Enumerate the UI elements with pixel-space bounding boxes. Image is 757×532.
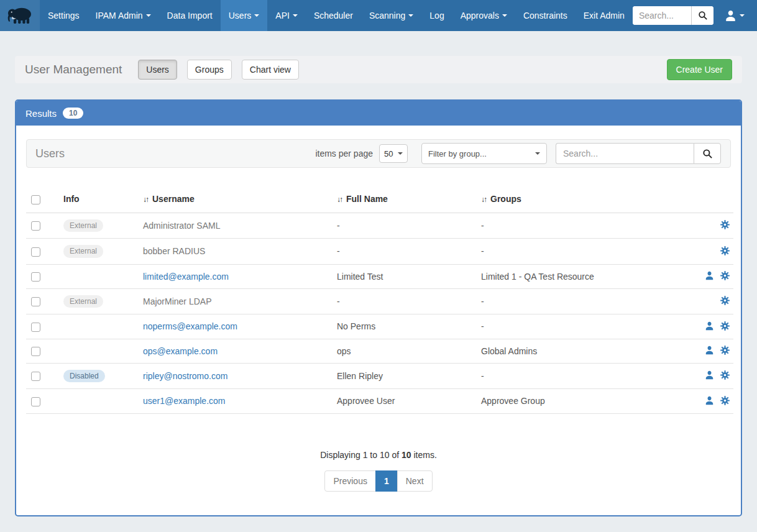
info-cell: External bbox=[57, 288, 143, 314]
caret-down-icon bbox=[293, 14, 298, 17]
row-checkbox[interactable] bbox=[31, 347, 40, 356]
prev-page-button[interactable]: Previous bbox=[324, 470, 375, 492]
profile-icon bbox=[705, 271, 714, 280]
nav-item-approvals[interactable]: Approvals bbox=[452, 0, 515, 31]
username-link[interactable]: limited@example.com bbox=[143, 272, 229, 282]
nav-item-users[interactable]: Users bbox=[221, 0, 268, 31]
brand-logo[interactable] bbox=[0, 0, 40, 31]
actions-cell bbox=[697, 264, 733, 288]
nav-item-api[interactable]: API bbox=[267, 0, 306, 31]
username-link[interactable]: noperms@example.com bbox=[143, 321, 237, 331]
column-header-full-name[interactable]: ↓↑Full Name bbox=[337, 186, 481, 213]
username-text: Administrator SAML bbox=[143, 221, 220, 231]
view-tab-groups[interactable]: Groups bbox=[187, 60, 232, 80]
global-search-input[interactable] bbox=[633, 6, 691, 25]
row-checkbox[interactable] bbox=[31, 323, 40, 332]
profile-icon bbox=[705, 370, 714, 380]
full-name-cell: - bbox=[337, 239, 481, 264]
settings-action-button[interactable] bbox=[720, 246, 730, 257]
column-header-username[interactable]: ↓↑Username bbox=[143, 186, 337, 213]
global-search-button[interactable] bbox=[691, 6, 713, 25]
gear-icon bbox=[720, 370, 730, 380]
settings-action-button[interactable] bbox=[720, 271, 730, 282]
nav-item-data-import[interactable]: Data Import bbox=[159, 0, 221, 31]
next-page-button[interactable]: Next bbox=[397, 470, 433, 492]
global-search bbox=[633, 6, 713, 25]
user-status-badge: Disabled bbox=[63, 370, 105, 382]
info-cell: Disabled bbox=[57, 363, 143, 388]
groups-cell: - bbox=[481, 314, 697, 339]
table-row: ExternalAdministrator SAML-- bbox=[26, 213, 733, 238]
username-link[interactable]: ripley@nostromo.com bbox=[143, 371, 227, 381]
gear-icon bbox=[720, 246, 730, 255]
row-checkbox[interactable] bbox=[31, 221, 40, 231]
mammoth-logo-icon bbox=[6, 4, 34, 27]
items-per-page-label: items per page bbox=[315, 149, 373, 158]
nav-item-settings[interactable]: Settings bbox=[40, 0, 88, 31]
table-search bbox=[556, 143, 721, 164]
nav-item-scheduler[interactable]: Scheduler bbox=[306, 0, 361, 31]
settings-action-button[interactable] bbox=[720, 396, 730, 407]
sort-icon: ↓↑ bbox=[143, 195, 148, 204]
settings-action-button[interactable] bbox=[720, 296, 730, 307]
settings-action-button[interactable] bbox=[720, 370, 730, 382]
nav-item-log[interactable]: Log bbox=[421, 0, 452, 31]
nav-item-exit-admin[interactable]: Exit Admin bbox=[576, 0, 633, 31]
page-header: User Management Users Groups Chart view … bbox=[15, 56, 742, 83]
user-menu[interactable] bbox=[722, 10, 747, 22]
user-icon bbox=[725, 10, 736, 22]
view-tab-users[interactable]: Users bbox=[138, 60, 177, 80]
username-link[interactable]: user1@example.com bbox=[143, 396, 226, 406]
column-header-groups[interactable]: ↓↑Groups bbox=[481, 186, 697, 213]
info-cell: External bbox=[57, 213, 143, 238]
profile-action-button[interactable] bbox=[705, 346, 714, 357]
info-cell bbox=[57, 264, 143, 288]
full-name-cell: Limited Test bbox=[337, 264, 481, 288]
username-cell: MajorMiner LDAP bbox=[143, 288, 337, 314]
groups-cell: Approvee Group bbox=[481, 389, 697, 413]
full-name-cell: ops bbox=[337, 339, 481, 363]
items-per-page-select[interactable]: 50 bbox=[379, 144, 408, 163]
actions-cell bbox=[697, 288, 733, 314]
actions-cell bbox=[697, 363, 733, 388]
username-text: bobber RADIUS bbox=[143, 246, 205, 256]
settings-action-button[interactable] bbox=[720, 220, 730, 231]
gear-icon bbox=[720, 346, 730, 355]
main-nav: Settings IPAM Admin Data Import Users AP… bbox=[40, 0, 633, 31]
settings-action-button[interactable] bbox=[720, 346, 730, 357]
profile-action-button[interactable] bbox=[705, 321, 714, 332]
view-tab-chart-view[interactable]: Chart view bbox=[242, 60, 299, 80]
nav-item-ipam-admin[interactable]: IPAM Admin bbox=[88, 0, 159, 31]
info-cell bbox=[57, 389, 143, 413]
table-search-input[interactable] bbox=[556, 143, 694, 164]
user-status-badge: External bbox=[63, 295, 103, 308]
results-panel-body: Users items per page 50 Filter by group.… bbox=[16, 126, 741, 515]
nav-item-constraints[interactable]: Constraints bbox=[515, 0, 576, 31]
profile-action-button[interactable] bbox=[705, 396, 714, 407]
row-checkbox[interactable] bbox=[31, 272, 40, 282]
row-checkbox[interactable] bbox=[31, 297, 40, 306]
settings-action-button[interactable] bbox=[720, 321, 730, 332]
nav-item-scanning[interactable]: Scanning bbox=[361, 0, 421, 31]
row-checkbox[interactable] bbox=[31, 372, 40, 381]
group-filter-select[interactable]: Filter by group... bbox=[421, 143, 547, 164]
actions-cell bbox=[697, 239, 733, 264]
row-checkbox[interactable] bbox=[31, 247, 40, 257]
results-panel-header: Results 10 bbox=[16, 101, 741, 126]
profile-action-button[interactable] bbox=[705, 370, 714, 382]
profile-action-button[interactable] bbox=[705, 271, 714, 282]
username-cell: ripley@nostromo.com bbox=[143, 363, 337, 388]
caret-down-icon bbox=[408, 14, 413, 17]
info-cell: External bbox=[57, 239, 143, 264]
profile-icon bbox=[705, 321, 714, 331]
select-all-checkbox[interactable] bbox=[31, 195, 40, 204]
table-search-button[interactable] bbox=[694, 143, 721, 164]
row-checkbox[interactable] bbox=[31, 397, 40, 406]
username-link[interactable]: ops@example.com bbox=[143, 346, 218, 356]
groups-cell: - bbox=[481, 239, 697, 264]
current-page-button[interactable]: 1 bbox=[375, 470, 398, 492]
create-user-button[interactable]: Create User bbox=[667, 59, 732, 80]
caret-down-icon bbox=[502, 14, 507, 17]
search-icon bbox=[702, 149, 713, 159]
page-title: User Management bbox=[25, 63, 122, 76]
